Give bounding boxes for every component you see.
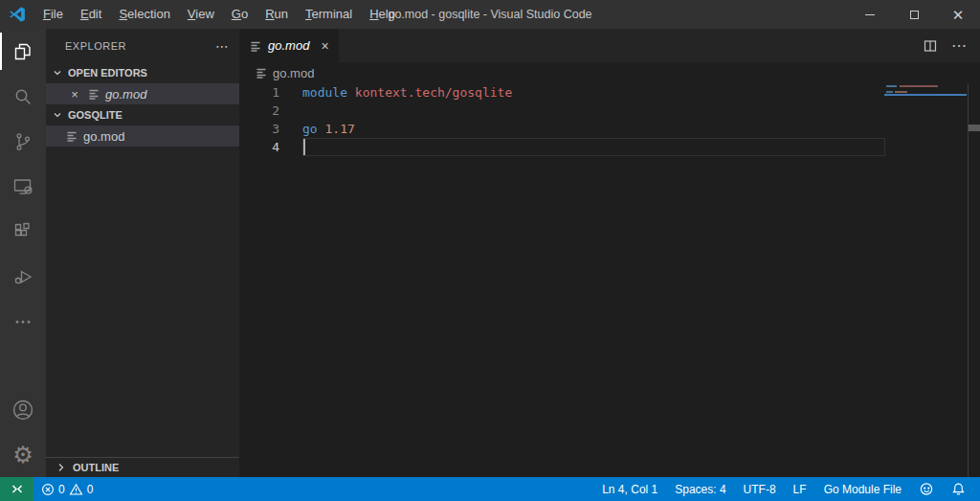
chevron-right-icon: [54, 460, 69, 475]
more-actions-icon[interactable]: [0, 299, 46, 344]
activity-bar-bottom: ⚙: [0, 387, 46, 477]
editor-actions: ⋯: [923, 29, 980, 62]
status-bar: 0 0 Ln 4, Col 1 Spaces: 4 UTF-8 LF Go Mo…: [0, 477, 980, 501]
file-tree-filename: go.mod: [83, 129, 124, 144]
text-cursor: [303, 139, 305, 155]
error-count: 0: [58, 483, 65, 496]
minimap-token-mark: [886, 85, 897, 87]
run-and-debug-icon[interactable]: [0, 254, 46, 299]
search-icon[interactable]: [0, 74, 46, 119]
open-editors-label: OPEN EDITORS: [68, 67, 147, 79]
minimap-token-mark: [895, 91, 907, 93]
maximize-button[interactable]: [892, 0, 936, 29]
sidebar-empty-space: [46, 147, 239, 457]
keyword-token: module: [302, 83, 347, 102]
breadcrumb-filename: go.mod: [273, 66, 314, 80]
menu-bar: File Edit Selection View Go Run Terminal…: [34, 0, 404, 29]
menu-file[interactable]: File: [34, 0, 72, 29]
main-area: ⚙ EXPLORER ⋯ OPEN EDITORS × go.mod: [0, 29, 980, 477]
window-controls: ✕: [848, 0, 980, 29]
editor-pane: go.mod × ⋯ go.mod 1: [239, 29, 980, 477]
close-editor-icon[interactable]: ×: [67, 87, 82, 102]
eol-status[interactable]: LF: [785, 477, 815, 501]
keyword-token: go: [302, 120, 318, 138]
menu-selection[interactable]: Selection: [110, 0, 178, 29]
vscode-window: File Edit Selection View Go Run Terminal…: [0, 0, 980, 501]
file-icon: [255, 66, 268, 80]
module-path-token: kontext.tech/gosqlite: [355, 83, 512, 102]
account-icon[interactable]: [0, 387, 46, 432]
chevron-down-icon: [50, 65, 65, 80]
line-number: 1: [239, 83, 279, 102]
open-editor-item-gomod[interactable]: × go.mod: [46, 83, 239, 104]
tab-bar: go.mod × ⋯: [239, 29, 980, 62]
menu-run[interactable]: Run: [256, 0, 297, 29]
cursor-position-status[interactable]: Ln 4, Col 1: [593, 477, 666, 501]
minimap-token-mark: [900, 85, 938, 87]
more-editor-actions-icon[interactable]: ⋯: [951, 36, 967, 55]
split-editor-icon[interactable]: [923, 38, 938, 54]
notifications-bell-icon[interactable]: [943, 477, 974, 501]
remote-explorer-icon[interactable]: [0, 164, 46, 209]
overview-ruler-cursor-mark: [969, 125, 980, 131]
folder-section-header[interactable]: GOSQLITE: [46, 104, 239, 125]
minimap[interactable]: [884, 83, 967, 141]
indentation-status[interactable]: Spaces: 4: [666, 477, 734, 501]
close-window-button[interactable]: ✕: [936, 0, 980, 29]
tab-gomod[interactable]: go.mod ×: [239, 29, 339, 62]
menu-terminal[interactable]: Terminal: [297, 0, 361, 29]
code-editor[interactable]: 1 module kontext.tech/gosqlite 2 3 go 1.…: [239, 83, 980, 477]
minimap-current-line: [884, 94, 967, 96]
menu-view[interactable]: View: [179, 0, 223, 29]
activity-bar: ⚙: [0, 29, 46, 477]
warning-icon: [69, 483, 83, 496]
feedback-icon[interactable]: [910, 477, 943, 501]
tab-close-icon[interactable]: ×: [321, 38, 328, 54]
current-line-highlight: [302, 138, 885, 156]
file-icon: [65, 129, 78, 143]
code-line-3[interactable]: 3 go 1.17: [239, 120, 980, 138]
menu-go[interactable]: Go: [223, 0, 256, 29]
sidebar-title: EXPLORER: [65, 40, 126, 52]
settings-gear-icon[interactable]: ⚙: [0, 432, 46, 477]
title-bar: File Edit Selection View Go Run Terminal…: [0, 0, 980, 29]
encoding-status[interactable]: UTF-8: [735, 477, 785, 501]
open-editor-filename: go.mod: [105, 87, 146, 102]
code-line-2[interactable]: 2: [239, 102, 980, 120]
line-number-active: 4: [239, 138, 279, 156]
chevron-down-icon: [50, 107, 65, 123]
status-bar-right: Ln 4, Col 1 Spaces: 4 UTF-8 LF Go Module…: [593, 477, 980, 501]
file-tree-item-gomod[interactable]: go.mod: [46, 125, 239, 147]
scrollbar[interactable]: [968, 83, 980, 477]
source-control-icon[interactable]: [0, 119, 46, 164]
code-line-1[interactable]: 1 module kontext.tech/gosqlite: [239, 83, 980, 102]
line-number: 3: [239, 120, 279, 138]
file-icon: [249, 39, 262, 53]
remote-indicator[interactable]: [0, 477, 33, 501]
version-token: 1.17: [325, 120, 355, 138]
minimap-token-mark: [886, 91, 893, 93]
outline-section-header[interactable]: OUTLINE: [46, 457, 239, 477]
explorer-icon[interactable]: [0, 29, 46, 74]
outline-label: OUTLINE: [73, 462, 119, 473]
breadcrumb[interactable]: go.mod: [239, 62, 980, 83]
open-editors-section-header[interactable]: OPEN EDITORS: [46, 62, 239, 83]
problems-indicator[interactable]: 0 0: [33, 477, 100, 501]
tab-label: go.mod: [268, 38, 309, 53]
menu-edit[interactable]: Edit: [72, 0, 110, 29]
error-icon: [41, 483, 55, 496]
extensions-icon[interactable]: [0, 209, 46, 254]
warning-count: 0: [87, 483, 94, 496]
line-number: 2: [239, 102, 279, 120]
language-mode-status[interactable]: Go Module File: [815, 477, 910, 501]
explorer-sidebar: EXPLORER ⋯ OPEN EDITORS × go.mod GOSQLIT…: [46, 29, 239, 477]
explorer-more-actions-icon[interactable]: ⋯: [215, 38, 230, 54]
minimize-button[interactable]: [848, 0, 892, 29]
remote-connection-icon: [10, 482, 25, 496]
menu-help[interactable]: Help: [361, 0, 404, 29]
activity-bar-top: [0, 29, 46, 344]
vscode-logo-icon: [0, 6, 34, 23]
folder-name-label: GOSQLITE: [68, 109, 122, 121]
file-icon: [87, 87, 100, 101]
